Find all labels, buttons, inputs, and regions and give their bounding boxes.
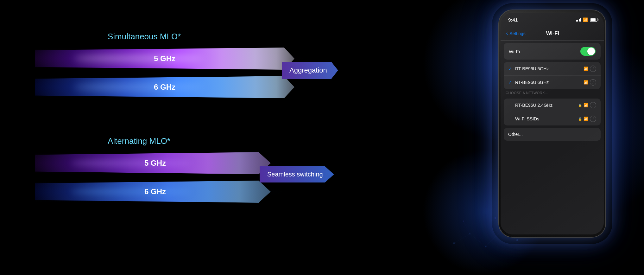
seamless-arrow: Seamless switching <box>260 166 334 182</box>
status-bar: 9:41 📶 <box>501 13 604 27</box>
mlo-diagram: Simultaneous MLO* 5 GHz <box>19 16 329 263</box>
sim-5ghz-label: 5 GHz <box>154 54 175 63</box>
alt-6ghz-glow <box>71 188 191 195</box>
checkmark-5ghz: ✓ <box>508 66 513 71</box>
wifi-signal-24ghz-icon: 📶 <box>584 103 588 107</box>
network-row-24ghz[interactable]: ✓ RT-BE96U 2.4GHz 🔒 📶 i <box>504 99 601 112</box>
nav-bar: < Settings Wi-Fi <box>501 27 604 41</box>
svg-line-9 <box>486 231 502 246</box>
network-dots-decoration <box>438 196 533 259</box>
network-icons-5ghz: 📶 i <box>584 66 596 72</box>
sim-5ghz-glow <box>74 55 204 63</box>
svg-line-12 <box>495 218 502 231</box>
other-network-group: Other... <box>504 128 601 141</box>
wifi-toggle-row[interactable]: Wi-Fi <box>504 43 601 60</box>
svg-line-7 <box>454 234 470 243</box>
wifi-signal-6ghz-icon: 📶 <box>584 80 588 85</box>
wifi-signal-ssids-icon: 📶 <box>584 117 588 121</box>
aggregation-label: Aggregation <box>289 66 327 74</box>
battery-fill <box>590 18 596 21</box>
connected-networks-group: ✓ RT-BE96U 5GHz 📶 i ✓ RT-BE96U 6GHz <box>504 62 601 89</box>
network-name-ssids: Wi-Fi SSIDs <box>515 116 578 121</box>
wifi-signal-5ghz-icon: 📶 <box>584 67 588 71</box>
network-icons-6ghz: 📶 i <box>584 79 596 86</box>
network-name-6ghz: RT-BE96U 6GHz <box>515 80 584 85</box>
network-row-ssids[interactable]: ✓ Wi-Fi SSIDs 🔒 📶 i <box>504 112 601 125</box>
alt-6ghz-label: 6 GHz <box>144 187 166 196</box>
info-btn-6ghz[interactable]: i <box>590 79 596 86</box>
sim-6ghz-bar-wrapper: 6 GHz <box>35 76 307 98</box>
alt-5ghz-glow <box>71 160 191 167</box>
seamless-label: Seamless switching <box>267 171 323 178</box>
alt-5ghz-bar-fill: 5 GHz <box>35 152 275 174</box>
nav-back-button[interactable]: < Settings <box>506 31 526 36</box>
info-btn-24ghz[interactable]: i <box>590 102 596 108</box>
signal-bar-4 <box>580 18 581 22</box>
status-time: 9:41 <box>508 17 518 22</box>
info-btn-5ghz[interactable]: i <box>590 66 596 72</box>
sim-6ghz-label: 6 GHz <box>154 83 175 92</box>
sim-6ghz-bar: 6 GHz <box>35 76 307 98</box>
wifi-status-icon: 📶 <box>583 17 588 22</box>
status-icons: 📶 <box>576 17 598 22</box>
checkmark-6ghz: ✓ <box>508 80 513 85</box>
simultaneous-label: Simultaneous MLO* <box>108 32 181 42</box>
choose-network-header: CHOOSE A NETWORK... <box>501 89 604 96</box>
battery-icon <box>590 18 597 22</box>
svg-line-11 <box>464 221 470 234</box>
network-name-24ghz: RT-BE96U 2.4GHz <box>515 103 578 108</box>
network-icons-ssids: 🔒 📶 i <box>578 116 596 122</box>
alt-6ghz-bar-wrapper: 6 GHz <box>35 181 288 203</box>
alt-5ghz-label: 5 GHz <box>144 159 166 168</box>
network-row-5ghz[interactable]: ✓ RT-BE96U 5GHz 📶 i <box>504 62 601 76</box>
sim-6ghz-glow <box>74 83 204 91</box>
signal-bars-icon <box>576 18 581 22</box>
network-name-5ghz: RT-BE96U 5GHz <box>515 66 584 71</box>
wifi-toggle-switch[interactable] <box>580 47 596 56</box>
sim-5ghz-bar: 5 GHz <box>35 48 307 70</box>
network-icons-24ghz: 🔒 📶 i <box>578 102 596 108</box>
wifi-toggle-label: Wi-Fi <box>509 49 520 54</box>
main-container: Simultaneous MLO* 5 GHz <box>0 0 644 275</box>
svg-line-10 <box>502 231 517 240</box>
lock-ssids-icon: 🔒 <box>578 117 582 121</box>
lock-24ghz-icon: 🔒 <box>578 104 582 107</box>
signal-bar-1 <box>576 20 577 22</box>
svg-line-8 <box>470 234 486 246</box>
nav-title: Wi-Fi <box>546 30 559 37</box>
info-btn-ssids[interactable]: i <box>590 116 596 122</box>
sim-5ghz-bar-wrapper: 5 GHz <box>35 48 307 70</box>
other-label: Other... <box>508 132 523 137</box>
sim-5ghz-bar-fill: 5 GHz <box>35 48 294 70</box>
toggle-knob <box>587 48 595 55</box>
sim-6ghz-bar-fill: 6 GHz <box>35 76 294 98</box>
network-row-6ghz[interactable]: ✓ RT-BE96U 6GHz 📶 i <box>504 76 601 89</box>
aggregation-block: Aggregation <box>282 62 338 79</box>
alt-5ghz-bar-wrapper: 5 GHz <box>35 152 288 174</box>
alt-6ghz-bar-fill: 6 GHz <box>35 181 275 203</box>
signal-bar-2 <box>577 20 578 22</box>
signal-bar-3 <box>579 19 580 22</box>
seamless-block: Seamless switching <box>260 166 334 182</box>
alternating-label: Alternating MLO* <box>108 136 170 146</box>
other-networks-group: ✓ RT-BE96U 2.4GHz 🔒 📶 i ✓ Wi-Fi SSIDs <box>504 99 601 125</box>
aggregation-arrow: Aggregation <box>282 62 338 79</box>
other-network-row[interactable]: Other... <box>504 128 601 141</box>
